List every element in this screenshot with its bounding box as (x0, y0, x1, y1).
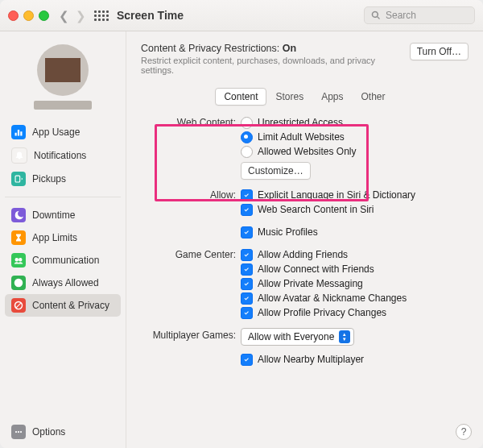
radio-allowed-only[interactable]: Allowed Websites Only (241, 144, 469, 159)
window-minimize[interactable] (23, 10, 34, 21)
sidebar-item-communication[interactable]: Communication (5, 249, 121, 272)
check-label: Allow Nearby Multiplayer (258, 354, 364, 365)
sidebar-item-label: Options (32, 426, 65, 438)
svg-point-0 (15, 431, 17, 433)
page-subheading: Restrict explicit content, purchases, do… (141, 56, 410, 75)
check-profile-privacy[interactable]: Allow Profile Privacy Changes (241, 305, 469, 320)
check-label: Allow Adding Friends (258, 249, 348, 260)
search-placeholder: Search (386, 10, 416, 21)
svg-point-1 (18, 431, 19, 433)
bar-chart-icon (11, 125, 26, 139)
sidebar-item-label: Pickups (32, 173, 66, 185)
avatar[interactable] (37, 44, 89, 96)
window-title: Screen Time (117, 9, 184, 22)
radio-label: Allowed Websites Only (258, 146, 357, 157)
checkbox-icon (241, 204, 253, 216)
sidebar-item-label: App Limits (32, 232, 77, 243)
check-label: Music Profiles (258, 226, 318, 238)
check-connect-friends[interactable]: Allow Connect with Friends (241, 262, 469, 276)
sidebar-item-pickups[interactable]: Pickups (5, 168, 121, 190)
multiplayer-select[interactable]: Allow with Everyone ▴▾ (241, 328, 354, 346)
communication-icon (11, 253, 26, 268)
check-explicit-lang[interactable]: Explicit Language in Siri & Dictionary (241, 188, 469, 202)
web-content-label: Web Content: (141, 115, 241, 130)
profile-name (34, 101, 92, 110)
check-label: Explicit Language in Siri & Dictionary (258, 189, 415, 201)
tab-content[interactable]: Content (215, 88, 266, 106)
hourglass-icon (11, 230, 26, 245)
turn-off-button[interactable]: Turn Off… (410, 43, 469, 60)
radio-icon (241, 146, 253, 158)
sidebar-item-label: App Usage (32, 127, 80, 138)
search-field[interactable]: Search (364, 6, 475, 24)
checkbox-icon (241, 249, 253, 261)
pickups-icon (11, 172, 26, 186)
help-button[interactable]: ? (456, 424, 472, 440)
no-sign-icon (11, 298, 26, 313)
radio-unrestricted[interactable]: Unrestricted Access (241, 115, 469, 130)
window-zoom[interactable] (39, 10, 49, 21)
sidebar-item-label: Communication (32, 255, 99, 266)
check-web-search[interactable]: Web Search Content in Siri (241, 202, 469, 217)
sidebar-item-label: Downtime (32, 209, 75, 221)
radio-limit-adult[interactable]: Limit Adult Websites (241, 130, 469, 144)
moon-icon (11, 208, 26, 222)
checkbox-icon (241, 226, 253, 239)
checkbox-icon (241, 292, 253, 305)
svg-point-2 (20, 431, 22, 433)
all-prefs-button[interactable] (94, 10, 109, 21)
multiplayer-label: Multiplayer Games: (141, 328, 241, 342)
radio-icon (241, 131, 253, 143)
page-heading: Content & Privacy Restrictions: On (141, 43, 410, 54)
checkbox-icon (241, 354, 253, 366)
bell-icon (11, 147, 27, 164)
checkbox-icon (241, 263, 253, 276)
sidebar-item-notifications[interactable]: Notifications (5, 143, 121, 168)
sidebar-item-content-privacy[interactable]: Content & Privacy (5, 294, 121, 317)
sidebar-item-downtime[interactable]: Downtime (5, 204, 121, 226)
tab-bar: Content Stores Apps Other (141, 88, 469, 106)
check-private-messaging[interactable]: Allow Private Messaging (241, 276, 469, 291)
tab-stores[interactable]: Stores (266, 88, 312, 106)
search-icon (371, 10, 381, 20)
allow-label: Allow: (141, 188, 241, 202)
sidebar-item-label: Always Allowed (32, 277, 99, 288)
chevron-updown-icon: ▴▾ (339, 330, 350, 343)
sidebar-item-app-usage[interactable]: App Usage (5, 121, 121, 143)
sidebar-item-app-limits[interactable]: App Limits (5, 226, 121, 249)
radio-label: Limit Adult Websites (258, 131, 345, 143)
check-circle-icon (11, 276, 26, 290)
nav-forward-button[interactable]: ❯ (76, 10, 86, 22)
checkbox-icon (241, 189, 253, 201)
select-value: Allow with Everyone (248, 331, 334, 342)
check-label: Web Search Content in Siri (258, 204, 374, 215)
checkbox-icon (241, 278, 253, 290)
ellipsis-icon (11, 425, 26, 439)
check-music-profiles[interactable]: Music Profiles (241, 225, 469, 239)
window-close[interactable] (8, 10, 19, 21)
customize-button[interactable]: Customize… (241, 162, 311, 180)
tab-other[interactable]: Other (353, 88, 394, 106)
radio-icon (241, 117, 253, 129)
nav-back-button[interactable]: ❮ (59, 10, 69, 22)
check-add-friends[interactable]: Allow Adding Friends (241, 247, 469, 262)
check-avatar-nickname[interactable]: Allow Avatar & Nickname Changes (241, 291, 469, 305)
check-nearby-multiplayer[interactable]: Allow Nearby Multiplayer (241, 352, 469, 367)
sidebar-item-always-allowed[interactable]: Always Allowed (5, 272, 121, 294)
check-label: Allow Private Messaging (258, 278, 363, 289)
sidebar-item-label: Notifications (34, 150, 86, 161)
check-label: Allow Connect with Friends (258, 263, 374, 275)
check-label: Allow Avatar & Nickname Changes (258, 292, 407, 304)
sidebar-item-options[interactable]: Options (5, 421, 121, 443)
sidebar-item-label: Content & Privacy (32, 300, 109, 311)
check-label: Allow Profile Privacy Changes (258, 307, 386, 318)
game-center-label: Game Center: (141, 247, 241, 262)
tab-apps[interactable]: Apps (312, 88, 352, 106)
checkbox-icon (241, 307, 253, 319)
radio-label: Unrestricted Access (258, 117, 343, 128)
